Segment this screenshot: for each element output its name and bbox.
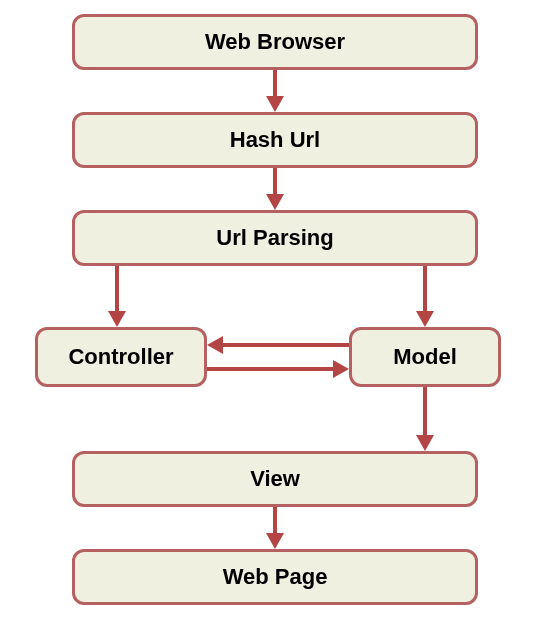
node-label: Hash Url bbox=[230, 127, 320, 153]
arrow-line bbox=[423, 387, 427, 437]
arrow-head-down bbox=[266, 96, 284, 112]
arrow-head-down bbox=[416, 311, 434, 327]
node-label: Controller bbox=[68, 344, 173, 370]
node-web-page: Web Page bbox=[72, 549, 478, 605]
arrow-head-left bbox=[207, 336, 223, 354]
arrow-line bbox=[207, 367, 333, 371]
node-view: View bbox=[72, 451, 478, 507]
arrow-line bbox=[273, 168, 277, 196]
node-controller: Controller bbox=[35, 327, 207, 387]
arrow-line bbox=[273, 507, 277, 535]
node-hash-url: Hash Url bbox=[72, 112, 478, 168]
node-label: Url Parsing bbox=[216, 225, 333, 251]
arrow-line bbox=[423, 266, 427, 313]
node-label: View bbox=[250, 466, 300, 492]
arrow-line bbox=[273, 70, 277, 98]
node-url-parsing: Url Parsing bbox=[72, 210, 478, 266]
arrow-head-down bbox=[266, 533, 284, 549]
node-model: Model bbox=[349, 327, 501, 387]
arrow-head-down bbox=[108, 311, 126, 327]
arrow-head-down bbox=[416, 435, 434, 451]
node-label: Web Browser bbox=[205, 29, 345, 55]
arrow-head-down bbox=[266, 194, 284, 210]
node-label: Web Page bbox=[223, 564, 328, 590]
arrow-line bbox=[115, 266, 119, 313]
arrow-head-right bbox=[333, 360, 349, 378]
node-label: Model bbox=[393, 344, 457, 370]
arrow-line bbox=[223, 343, 349, 347]
node-web-browser: Web Browser bbox=[72, 14, 478, 70]
